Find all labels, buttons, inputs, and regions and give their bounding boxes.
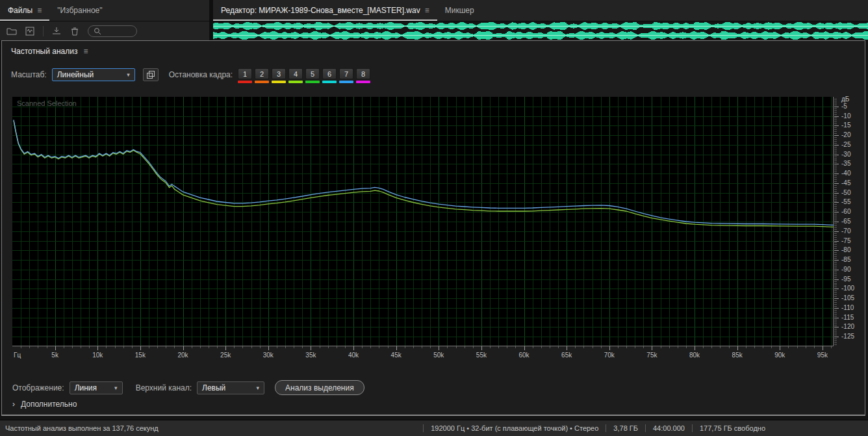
chevron-right-icon: › bbox=[12, 400, 15, 409]
status-analysis-time: Частотный анализ выполнен за 137,76 секу… bbox=[0, 424, 159, 432]
status-divider bbox=[692, 424, 693, 432]
hold-frame-color-swatch bbox=[305, 81, 320, 83]
hold-frame-button-1[interactable]: 1 bbox=[238, 68, 252, 83]
search-input[interactable] bbox=[88, 25, 137, 37]
tab-favorites[interactable]: "Избранное" bbox=[49, 0, 110, 21]
hold-frame-button-4[interactable]: 4 bbox=[288, 68, 303, 83]
hold-frame-buttons: 12345678 bbox=[238, 68, 370, 83]
import-icon[interactable] bbox=[51, 26, 62, 36]
waveform-overview[interactable] bbox=[213, 21, 868, 40]
tab-mixer-label: Микшер bbox=[445, 6, 474, 15]
open-folder-icon[interactable] bbox=[6, 26, 17, 36]
y-tick-label: -45 bbox=[841, 180, 850, 186]
channel-select[interactable]: Левый ▾ bbox=[197, 381, 264, 394]
scanned-selection-label: Scanned Selection bbox=[17, 99, 77, 107]
trash-icon[interactable] bbox=[70, 26, 80, 36]
y-tick-label: -125 bbox=[841, 333, 854, 340]
hold-frame-button-7[interactable]: 7 bbox=[339, 68, 353, 83]
y-axis-unit: дБ bbox=[841, 96, 849, 103]
chevron-down-icon: ▾ bbox=[114, 385, 118, 391]
status-free-space: 177,75 ГБ свободно bbox=[700, 424, 765, 432]
panel-menu-icon[interactable]: ≡ bbox=[425, 6, 429, 15]
hold-frame-number[interactable]: 3 bbox=[272, 68, 286, 79]
status-duration: 44:00.000 bbox=[653, 424, 685, 432]
x-tick-label: 20k bbox=[177, 352, 188, 359]
frequency-analysis-panel: Частотный анализ ≡ Масштаб: Линейный ▾ О… bbox=[1, 40, 865, 416]
hold-frame-button-2[interactable]: 2 bbox=[255, 68, 269, 83]
hold-frame-number[interactable]: 2 bbox=[255, 68, 269, 79]
y-tick-label: -105 bbox=[841, 295, 854, 301]
x-tick-label: 45k bbox=[391, 352, 402, 359]
status-divider bbox=[645, 424, 646, 432]
tab-mixer[interactable]: Микшер bbox=[437, 0, 482, 21]
y-tick-label: -90 bbox=[841, 266, 850, 273]
scale-select[interactable]: Линейный ▾ bbox=[52, 68, 135, 81]
y-tick-label: -110 bbox=[841, 305, 854, 311]
copy-graph-button[interactable] bbox=[143, 68, 159, 81]
x-tick-label: 55k bbox=[476, 352, 487, 359]
scale-value: Линейный bbox=[57, 70, 94, 79]
y-tick-label: -115 bbox=[841, 314, 854, 321]
tab-favorites-label: "Избранное" bbox=[57, 6, 102, 15]
analyze-selection-button[interactable]: Анализ выделения bbox=[275, 380, 364, 395]
plot-area[interactable]: Scanned Selection bbox=[12, 97, 834, 346]
y-tick-label: -5 bbox=[841, 103, 847, 110]
display-label: Отображение: bbox=[12, 381, 64, 394]
x-axis: Гц5k10k15k20k25k30k35k40k45k50k55k60k65k… bbox=[12, 352, 835, 360]
x-tick-label: 60k bbox=[518, 352, 529, 359]
y-tick-label: -120 bbox=[841, 324, 854, 330]
y-tick-label: -20 bbox=[841, 132, 850, 138]
y-tick-label: -95 bbox=[841, 276, 850, 283]
panel-title: Частотный анализ bbox=[11, 47, 77, 56]
hold-frame-color-swatch bbox=[339, 81, 353, 83]
hold-frame-color-swatch bbox=[238, 81, 252, 83]
x-tick-label: 25k bbox=[220, 352, 231, 359]
hold-frame-button-5[interactable]: 5 bbox=[305, 68, 320, 83]
y-tick-label: -35 bbox=[841, 160, 850, 167]
y-tick-label: -55 bbox=[841, 199, 850, 205]
hold-frame-color-swatch bbox=[356, 81, 370, 83]
status-right-group: 192000 Гц • 32-бит (с плавающей точкой) … bbox=[423, 424, 765, 432]
x-tick-label: 95k bbox=[817, 352, 828, 359]
x-tick-label: 85k bbox=[732, 352, 743, 359]
panel-menu-icon[interactable]: ≡ bbox=[83, 47, 88, 56]
toolbar-divider bbox=[43, 26, 44, 36]
hold-frame-number[interactable]: 7 bbox=[339, 68, 353, 79]
hold-frame-number[interactable]: 5 bbox=[305, 68, 320, 79]
tab-bar: Файлы ≡ "Избранное" Редактор: МИРАЖ-1989… bbox=[0, 0, 868, 21]
waveform-graphic bbox=[213, 21, 868, 40]
y-tick-label: -80 bbox=[841, 247, 850, 253]
display-select[interactable]: Линия ▾ bbox=[70, 381, 123, 394]
left-panel-tabs: Файлы ≡ "Избранное" bbox=[0, 0, 209, 21]
x-tick-label: 90k bbox=[774, 352, 785, 359]
hold-frame-number[interactable]: 4 bbox=[288, 68, 303, 79]
tab-files[interactable]: Файлы ≡ bbox=[0, 0, 49, 21]
status-divider bbox=[606, 424, 606, 432]
status-divider bbox=[423, 424, 424, 432]
tab-editor[interactable]: Редактор: МИРАЖ-1989-Снова_вместе_[MASTE… bbox=[213, 0, 437, 21]
hold-frame-button-3[interactable]: 3 bbox=[272, 68, 286, 83]
copy-icon bbox=[146, 70, 155, 79]
y-axis-ticks bbox=[834, 97, 841, 346]
x-axis-ticks bbox=[12, 346, 834, 351]
y-tick-label: -40 bbox=[841, 170, 850, 177]
y-tick-label: -50 bbox=[841, 190, 850, 196]
status-format: 192000 Гц • 32-бит (с плавающей точкой) … bbox=[431, 424, 598, 432]
panel-menu-icon[interactable]: ≡ bbox=[37, 6, 42, 15]
chevron-down-icon: ▾ bbox=[257, 385, 260, 391]
hold-frame-number[interactable]: 6 bbox=[322, 68, 337, 79]
advanced-toggle[interactable]: › Дополнительно bbox=[12, 400, 77, 409]
audio-file-icon[interactable] bbox=[25, 26, 35, 36]
hold-frame-button-8[interactable]: 8 bbox=[356, 68, 370, 83]
x-tick-label: 50k bbox=[433, 352, 444, 359]
editor-panel-tabs: Редактор: МИРАЖ-1989-Снова_вместе_[MASTE… bbox=[209, 0, 868, 21]
x-tick-label: 5k bbox=[51, 352, 58, 359]
hold-frame-number[interactable]: 8 bbox=[356, 68, 370, 79]
hold-frame-color-swatch bbox=[255, 81, 269, 83]
hold-frame-button-6[interactable]: 6 bbox=[322, 68, 337, 83]
x-tick-label: 30k bbox=[263, 352, 274, 359]
x-tick-label: 15k bbox=[135, 352, 146, 359]
advanced-label: Дополнительно bbox=[21, 400, 77, 409]
hold-frame-number[interactable]: 1 bbox=[238, 68, 252, 79]
y-tick-label: -100 bbox=[841, 285, 854, 292]
